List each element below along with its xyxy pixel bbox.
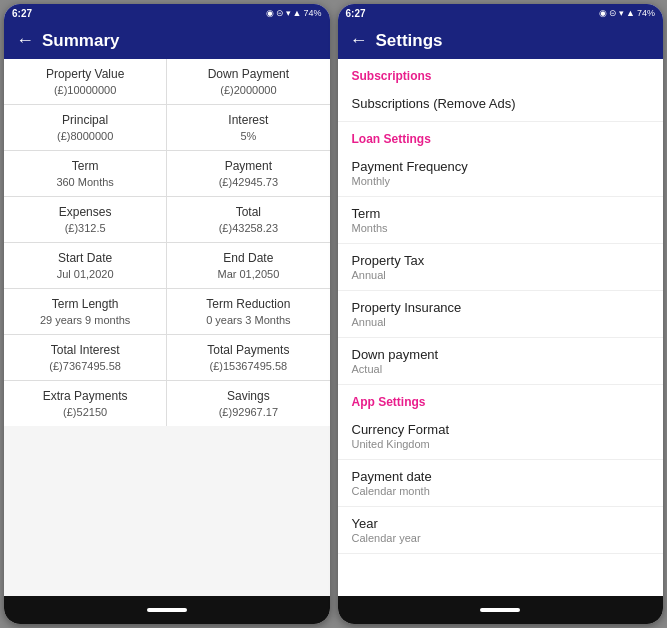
settings-item-sub: Annual <box>352 316 650 328</box>
signal-bars-icon-2: ▲ <box>626 8 635 18</box>
cell-value: (£)8000000 <box>14 130 156 142</box>
summary-cell: Property Value (£)10000000 <box>4 59 166 104</box>
cell-label: Savings <box>177 389 319 403</box>
summary-cell: Start Date Jul 01,2020 <box>4 243 166 288</box>
cell-label: Down Payment <box>177 67 319 81</box>
cell-label: Total Payments <box>177 343 319 357</box>
settings-item-label: Property Insurance <box>352 300 650 315</box>
settings-item-label: Down payment <box>352 347 650 362</box>
summary-cell: Principal (£)8000000 <box>4 105 166 150</box>
signal-bars-icon: ▲ <box>293 8 302 18</box>
status-bar-1: 6:27 ◉ ⊝ ▾ ▲ 74% <box>4 4 330 22</box>
settings-item[interactable]: Payment FrequencyMonthly <box>338 150 664 197</box>
eye-icon-2: ⊝ <box>609 8 617 18</box>
cell-label: Expenses <box>14 205 156 219</box>
settings-item-label: Property Tax <box>352 253 650 268</box>
settings-item[interactable]: Payment dateCalendar month <box>338 460 664 507</box>
phone-summary: 6:27 ◉ ⊝ ▾ ▲ 74% ← Summary Property Valu… <box>4 4 330 624</box>
settings-item[interactable]: Property InsuranceAnnual <box>338 291 664 338</box>
settings-item-sub: Monthly <box>352 175 650 187</box>
cell-label: Term <box>14 159 156 173</box>
cell-value: (£)312.5 <box>14 222 156 234</box>
settings-section-header-0: Subscriptions <box>338 59 664 87</box>
summary-title: Summary <box>42 31 119 51</box>
summary-cell: Savings (£)92967.17 <box>167 381 329 426</box>
battery-icon-2: 74% <box>637 8 655 18</box>
wifi-icon: ▾ <box>286 8 291 18</box>
cell-label: Extra Payments <box>14 389 156 403</box>
bottom-nav-1 <box>4 596 330 624</box>
cell-value: 360 Months <box>14 176 156 188</box>
settings-item-label: Currency Format <box>352 422 650 437</box>
summary-cell: Total Interest (£)7367495.58 <box>4 335 166 380</box>
settings-item-label: Year <box>352 516 650 531</box>
status-bar-2: 6:27 ◉ ⊝ ▾ ▲ 74% <box>338 4 664 22</box>
cell-label: Property Value <box>14 67 156 81</box>
cell-value: 5% <box>177 130 319 142</box>
cell-label: Total <box>177 205 319 219</box>
cell-value: (£)52150 <box>14 406 156 418</box>
cell-label: Start Date <box>14 251 156 265</box>
settings-item[interactable]: TermMonths <box>338 197 664 244</box>
settings-item-label: Term <box>352 206 650 221</box>
summary-cell: Total Payments (£)15367495.58 <box>167 335 329 380</box>
cell-value: (£)2000000 <box>177 84 319 96</box>
cell-value: (£)15367495.58 <box>177 360 319 372</box>
summary-cell: Term Reduction 0 years 3 Months <box>167 289 329 334</box>
settings-item[interactable]: Subscriptions (Remove Ads) <box>338 87 664 122</box>
cell-value: Jul 01,2020 <box>14 268 156 280</box>
settings-header: ← Settings <box>338 22 664 59</box>
settings-item[interactable]: Currency FormatUnited Kingdom <box>338 413 664 460</box>
bottom-nav-2 <box>338 596 664 624</box>
summary-cell: Term 360 Months <box>4 151 166 196</box>
summary-cell: End Date Mar 01,2050 <box>167 243 329 288</box>
signal-icon-2: ◉ <box>599 8 607 18</box>
cell-value: 0 years 3 Months <box>177 314 319 326</box>
summary-cell: Term Length 29 years 9 months <box>4 289 166 334</box>
summary-grid: Property Value (£)10000000 Down Payment … <box>4 59 330 426</box>
battery-icon: 74% <box>303 8 321 18</box>
home-bar-2 <box>480 608 520 612</box>
settings-item-sub: Calendar year <box>352 532 650 544</box>
summary-cell: Total (£)43258.23 <box>167 197 329 242</box>
settings-item[interactable]: Property TaxAnnual <box>338 244 664 291</box>
settings-section-header-2: App Settings <box>338 385 664 413</box>
settings-item-label: Payment Frequency <box>352 159 650 174</box>
summary-content: Property Value (£)10000000 Down Payment … <box>4 59 330 596</box>
cell-label: Interest <box>177 113 319 127</box>
summary-cell: Expenses (£)312.5 <box>4 197 166 242</box>
summary-cell: Down Payment (£)2000000 <box>167 59 329 104</box>
back-button-2[interactable]: ← <box>350 30 368 51</box>
settings-item-sub: Months <box>352 222 650 234</box>
cell-value: (£)92967.17 <box>177 406 319 418</box>
settings-title: Settings <box>376 31 443 51</box>
settings-item-sub: United Kingdom <box>352 438 650 450</box>
cell-label: End Date <box>177 251 319 265</box>
cell-value: (£)42945.73 <box>177 176 319 188</box>
settings-item-label: Payment date <box>352 469 650 484</box>
cell-value: (£)10000000 <box>14 84 156 96</box>
phone-settings: 6:27 ◉ ⊝ ▾ ▲ 74% ← Settings Subscription… <box>338 4 664 624</box>
summary-cell: Interest 5% <box>167 105 329 150</box>
cell-label: Payment <box>177 159 319 173</box>
cell-value: (£)43258.23 <box>177 222 319 234</box>
wifi-icon-2: ▾ <box>619 8 624 18</box>
settings-item-sub: Calendar month <box>352 485 650 497</box>
home-bar-1 <box>147 608 187 612</box>
settings-content: SubscriptionsSubscriptions (Remove Ads)L… <box>338 59 664 596</box>
cell-value: Mar 01,2050 <box>177 268 319 280</box>
signal-icon: ◉ <box>266 8 274 18</box>
cell-value: (£)7367495.58 <box>14 360 156 372</box>
back-button-1[interactable]: ← <box>16 30 34 51</box>
cell-label: Total Interest <box>14 343 156 357</box>
summary-cell: Extra Payments (£)52150 <box>4 381 166 426</box>
time-2: 6:27 <box>346 8 366 19</box>
settings-item[interactable]: Down paymentActual <box>338 338 664 385</box>
eye-icon: ⊝ <box>276 8 284 18</box>
settings-item[interactable]: YearCalendar year <box>338 507 664 554</box>
status-icons-2: ◉ ⊝ ▾ ▲ 74% <box>599 8 655 18</box>
time-1: 6:27 <box>12 8 32 19</box>
cell-value: 29 years 9 months <box>14 314 156 326</box>
summary-header: ← Summary <box>4 22 330 59</box>
status-icons-1: ◉ ⊝ ▾ ▲ 74% <box>266 8 322 18</box>
